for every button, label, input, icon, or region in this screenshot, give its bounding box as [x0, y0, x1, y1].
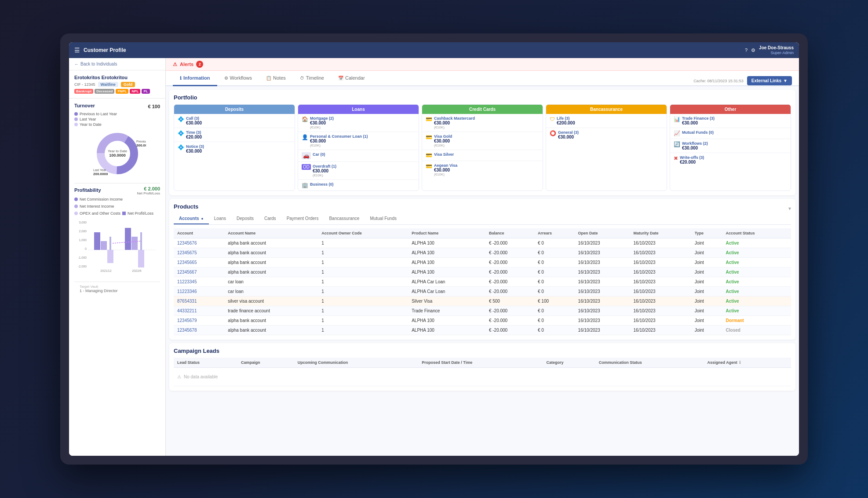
- cell-balance-4: € -20.000: [485, 277, 534, 287]
- other-item-1[interactable]: 📈 Mutual Funds (0): [670, 128, 791, 139]
- cell-account-4[interactable]: 11223345: [174, 277, 224, 287]
- svg-text:Last Year: Last Year: [93, 168, 106, 172]
- tab-timeline[interactable]: ⏱ Timeline: [293, 71, 331, 86]
- grade-badge: Gold: [121, 82, 135, 87]
- prod-tab-deposits[interactable]: Deposits: [231, 213, 259, 224]
- loan-item-1[interactable]: 👤 Personal & Consumer Loan (1) €30.000 (…: [298, 132, 419, 150]
- no-data-row: ⚠ No data available: [174, 368, 791, 386]
- col-account-name: Account Name: [224, 228, 318, 238]
- cell-owner-7: 1: [318, 306, 408, 316]
- cell-account-8[interactable]: 12345679: [174, 316, 224, 326]
- loan-item-4[interactable]: 🏢 Business (0): [298, 180, 419, 190]
- settings-icon[interactable]: ⚙: [751, 48, 755, 53]
- info-icon: ℹ: [180, 76, 182, 81]
- banc-item-0[interactable]: 🛡 Life (3) €200.000: [546, 114, 667, 128]
- tab-information[interactable]: ℹ Information: [173, 71, 217, 86]
- prod-tab-payment-orders[interactable]: Payment Orders: [281, 213, 324, 224]
- table-row: 12345676 alpha bank account 1 ALPHA 100 …: [174, 238, 791, 248]
- cell-product-7: Trade Finance: [408, 306, 485, 316]
- campaign-section: Campaign Leads Lead Status Campaign Upco…: [169, 343, 795, 391]
- camp-col-category: Category: [543, 358, 595, 368]
- alerts-bar: ⚠ Alerts 2: [166, 58, 799, 71]
- tab-calendar[interactable]: 📅 Calendar: [331, 71, 372, 86]
- deposit-item-0[interactable]: 💠 Call (3) €30.000: [174, 114, 295, 128]
- profitability-section: Profitability € 2.000 Net Profit/Loss Ne…: [74, 186, 160, 276]
- cell-open-3: 16/10/2023: [575, 267, 630, 277]
- cell-open-0: 16/10/2023: [575, 238, 630, 248]
- cell-maturity-6: 16/10/2023: [630, 297, 691, 306]
- deposit-item-2[interactable]: 💠 Notice (3) €30.000: [174, 142, 295, 156]
- credit-item-0[interactable]: 💳 Cashback Mastercard €30.000 (€10K): [422, 114, 543, 132]
- question-icon[interactable]: ?: [745, 48, 748, 53]
- other-item-0[interactable]: 📊 Trade Finance (3) €30.000: [670, 114, 791, 128]
- other-header: Other: [670, 105, 791, 114]
- hamburger-icon[interactable]: ☰: [74, 47, 80, 54]
- col-maturity-date: Maturity Date: [630, 228, 691, 238]
- manager-info: Target Vault 1 - Managing Director: [74, 283, 160, 295]
- table-row: 11223346 car loan 1 ALPHA Car Loan € -20…: [174, 287, 791, 297]
- tab-workflows[interactable]: ⚙ Workflows: [217, 71, 259, 86]
- cell-maturity-8: 16/10/2023: [630, 316, 691, 326]
- cell-account-6[interactable]: 87654331: [174, 297, 224, 306]
- client-badges: Bankrupt Deceased FNPL NPL PL: [74, 89, 160, 94]
- cell-account-3[interactable]: 12345667: [174, 267, 224, 277]
- cell-type-2: Joint: [691, 258, 722, 267]
- client-cif: CIF - 12345: [74, 82, 95, 87]
- svg-rect-21: [131, 237, 138, 250]
- cell-account-7[interactable]: 44332211: [174, 306, 224, 316]
- svg-text:Previous to Last Year: Previous to Last Year: [136, 140, 146, 143]
- profitability-sub: Net Profit/Loss: [137, 191, 160, 195]
- tab-notes[interactable]: 📋 Notes: [259, 71, 293, 86]
- svg-text:-2,000: -2,000: [78, 265, 87, 268]
- prod-tab-mutual-funds[interactable]: Mutual Funds: [365, 213, 402, 224]
- deposit-icon-2: 💠: [178, 144, 184, 150]
- cell-account-5[interactable]: 11223346: [174, 287, 224, 297]
- other-item-3[interactable]: ✖ Write-offs (3) €20.000: [670, 153, 791, 167]
- cell-account-9[interactable]: 12345678: [174, 326, 224, 335]
- prof-legend-4: Net Profit/Loss: [128, 211, 153, 216]
- client-name: Erotokritos Erotokritou: [74, 75, 160, 80]
- cell-account-2[interactable]: 12345665: [174, 258, 224, 267]
- loan-item-0[interactable]: 🏠 Mortgage (2) €30.000 (€10K): [298, 114, 419, 132]
- cell-account-0[interactable]: 12345676: [174, 238, 224, 248]
- credit-item-2[interactable]: 💳 Visa Silver: [422, 150, 543, 161]
- cell-name-9: alpha bank account: [224, 326, 318, 335]
- table-row: 12345665 alpha bank account 1 ALPHA 100 …: [174, 258, 791, 267]
- turnover-title: Turnover: [74, 103, 95, 108]
- svg-rect-20: [125, 228, 131, 250]
- loan-item-2[interactable]: 🚗 Car (0): [298, 150, 419, 162]
- products-collapse-icon[interactable]: ▾: [788, 205, 791, 212]
- cell-type-5: Joint: [691, 287, 722, 297]
- cell-status-3: Active: [722, 267, 791, 277]
- products-tabs: Accounts ● Loans Deposits Cards Payment …: [174, 213, 791, 225]
- cell-name-0: alpha bank account: [224, 238, 318, 248]
- credit-item-3[interactable]: 💳 Aegean Visa €30.000 (€10K): [422, 161, 543, 179]
- prod-tab-cards[interactable]: Cards: [259, 213, 281, 224]
- table-row: 12345667 alpha bank account 1 ALPHA 100 …: [174, 267, 791, 277]
- prod-tab-bancassurance[interactable]: Bancassurance: [324, 213, 365, 224]
- banc-item-1[interactable]: ⭕ General (3) €30.000: [546, 128, 667, 142]
- credit-item-1[interactable]: 💳 Visa Gold €30.000 (€10K): [422, 132, 543, 150]
- cell-account-1[interactable]: 12345675: [174, 248, 224, 258]
- left-panel: Turnover € 100 Previous to Last Year Las…: [69, 99, 165, 299]
- prod-tab-accounts[interactable]: Accounts ●: [174, 213, 209, 224]
- prod-tab-loans[interactable]: Loans: [209, 213, 231, 224]
- profitability-title: Profitability: [74, 187, 101, 193]
- cell-name-4: car loan: [224, 277, 318, 287]
- workflows-icon: ⚙: [224, 76, 228, 81]
- col-owner-code: Account Owner Code: [318, 228, 408, 238]
- cell-arrears-4: € 0: [534, 277, 575, 287]
- accounts-dot: ●: [201, 216, 203, 221]
- back-to-individuals[interactable]: ← Back to Individuals: [69, 58, 165, 70]
- cell-open-2: 16/10/2023: [575, 258, 630, 267]
- loan-icon-4: 🏢: [302, 182, 308, 188]
- cell-product-4: ALPHA Car Loan: [408, 277, 485, 287]
- deposit-icon-0: 💠: [178, 116, 184, 122]
- profitability-legends: Net Commission Income Net Interest Incom…: [74, 197, 160, 216]
- other-item-2[interactable]: 🔄 Workflows (2) €30.000: [670, 139, 791, 153]
- cell-owner-2: 1: [318, 258, 408, 267]
- table-header-row: Account Account Name Account Owner Code …: [174, 228, 791, 238]
- deposit-item-1[interactable]: 💠 Time (3) €20.000: [174, 128, 295, 142]
- loan-item-3[interactable]: OD Overdraft (1) €30.000 (€10K): [298, 162, 419, 180]
- external-links-button[interactable]: External Links ▼: [747, 76, 792, 85]
